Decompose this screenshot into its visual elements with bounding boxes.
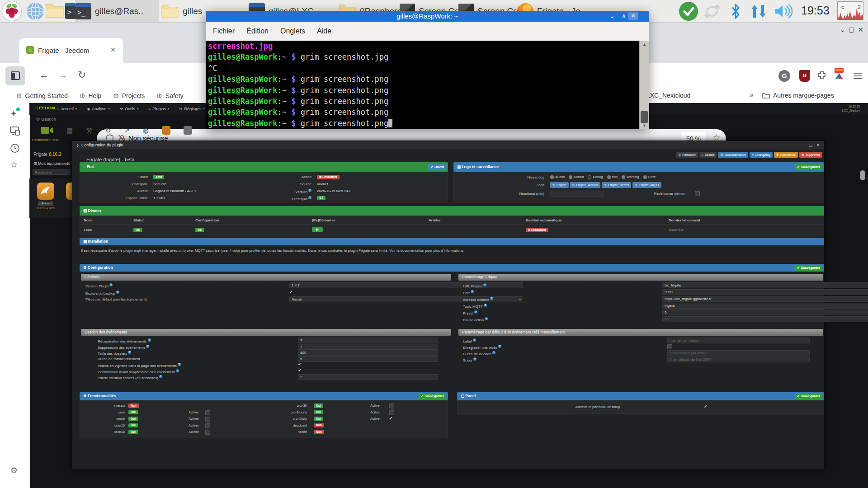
help-icon[interactable]: ?: [492, 351, 495, 354]
radio-info[interactable]: Info: [607, 175, 618, 179]
radio-aucun[interactable]: Aucun: [550, 175, 565, 179]
bookmark-item-1[interactable]: ⊕Help: [80, 92, 101, 100]
bookmarks-overflow-chevron[interactable]: »: [750, 91, 754, 99]
help-icon[interactable]: ?: [308, 196, 311, 199]
ublock-icon[interactable]: u: [799, 70, 810, 82]
extension-off-icon[interactable]: OFF: [833, 69, 845, 82]
bookmark-lxc-nextcloud[interactable]: LXC_Nextcloud: [646, 92, 690, 99]
dialog-maximize-icon[interactable]: ▢: [808, 143, 812, 147]
page-scrollbar[interactable]: [860, 170, 865, 180]
help-icon[interactable]: ?: [109, 283, 113, 286]
dialog-titlebar[interactable]: ❯ Configuration du plugin ▢ ✕: [72, 141, 824, 150]
radio-defaut[interactable]: Defaut: [569, 175, 584, 179]
field-input[interactable]: 0: [662, 310, 868, 315]
demon-start-button[interactable]: ▶: [312, 227, 323, 232]
toolbar-rafraichir-button[interactable]: ↻Rafraichir: [676, 152, 698, 158]
toolbar-supprimer-button[interactable]: ✖Supprimer: [799, 152, 822, 158]
scroll-down-icon[interactable]: ▼: [640, 122, 649, 129]
menu-hamburger-icon[interactable]: [853, 71, 863, 81]
field-input[interactable]: 1.4.7: [289, 282, 523, 288]
forward-button[interactable]: →: [58, 69, 68, 81]
tab-close-icon[interactable]: ✕: [110, 46, 116, 53]
bookmarks-star-icon[interactable]: ☆: [10, 159, 18, 170]
field-input[interactable]: 30 secondes par défaut: [667, 350, 810, 356]
extensions-puzzle-icon[interactable]: [816, 70, 827, 81]
activer-checkbox[interactable]: [205, 417, 210, 422]
configuration-save-button[interactable]: ✔Sauvegarder: [795, 265, 822, 271]
scroll-thumb[interactable]: [641, 111, 648, 123]
toolbar-assistance-button[interactable]: ✚Assistance: [774, 152, 798, 158]
wrench-icon[interactable]: ⚒: [86, 127, 92, 135]
equipment-card-label[interactable]: Bureau-Gilles: [31, 206, 60, 210]
terminal-scrollbar[interactable]: ▲ ▼: [639, 41, 649, 129]
activer-checkbox[interactable]: [389, 404, 394, 408]
jeedom-menu-réglages[interactable]: ⚙Réglages▾: [179, 107, 205, 111]
help-icon[interactable]: ?: [146, 345, 149, 348]
taskbar-window-0[interactable]: >_gilles@Ras..: [75, 0, 159, 22]
field-input[interactable]: frigate: [662, 303, 868, 309]
calendar-icon[interactable]: ▦: [66, 127, 73, 135]
field-input[interactable]: manuel par défaut: [667, 338, 810, 343]
field-input[interactable]: 10: [662, 316, 868, 322]
gray-app-icon[interactable]: [184, 126, 192, 135]
help-icon[interactable]: ?: [474, 310, 477, 314]
terminal-menu-fichier[interactable]: Fichier: [213, 27, 235, 35]
raspberry-menu-icon[interactable]: [2, 1, 22, 21]
activer-checkbox[interactable]: [389, 410, 394, 415]
field-input[interactable]: 2: [298, 374, 438, 380]
equipment-card-icon-clipped[interactable]: [66, 183, 72, 200]
devices-icon[interactable]: [9, 126, 21, 136]
activer-checkbox[interactable]: [205, 423, 210, 428]
activer-checkbox[interactable]: [205, 430, 210, 435]
orange-app-icon[interactable]: [162, 126, 170, 135]
equipment-search-input[interactable]: Rechercher: [33, 169, 71, 175]
radio-warning[interactable]: Warning: [622, 175, 639, 179]
field-input[interactable]: lxc_frigate: [662, 282, 868, 288]
field-input[interactable]: 7: [298, 344, 438, 350]
jeedom-logo[interactable]: ⌂ EEDOM: [34, 104, 55, 112]
panel-save-button[interactable]: ✔Sauvegarder: [795, 393, 822, 399]
terminal-menu-édition[interactable]: Édition: [246, 27, 269, 35]
jeedom-menu-accueil[interactable]: ⌂Accueil▾: [57, 107, 77, 111]
ai-sparkle-icon[interactable]: ✦: [10, 108, 17, 119]
help-icon[interactable]: ?: [308, 189, 311, 192]
help-icon[interactable]: ?: [148, 338, 151, 342]
help-icon[interactable]: ?: [473, 338, 476, 342]
field-input[interactable]: 500: [298, 350, 438, 356]
field-input[interactable]: 9999: [662, 289, 868, 295]
field-checkbox[interactable]: ✔: [298, 369, 302, 373]
taskbar-clock[interactable]: 19:53: [801, 4, 830, 17]
scroll-up-icon[interactable]: ▲: [640, 41, 649, 48]
reload-button[interactable]: ↻: [78, 69, 86, 81]
field-input[interactable]: 7: [298, 338, 438, 343]
help-icon[interactable]: ?: [484, 304, 487, 307]
demon-gestion-badge[interactable]: ✖ Désactiver: [526, 228, 548, 232]
terminal-close-icon[interactable]: ✕: [628, 12, 638, 20]
toolbar-détails-button[interactable]: ⌕Détails: [699, 152, 717, 158]
window-maximize-icon[interactable]: ▢: [849, 26, 854, 33]
activer-checkbox[interactable]: ✔: [389, 417, 393, 421]
log-button-frigate_mqtt[interactable]: ✎Frigate_MQTT: [632, 182, 661, 188]
active-tab[interactable]: ⌂ Frigate - Jeedom ✕: [19, 38, 123, 63]
help-icon[interactable]: ?: [178, 363, 181, 366]
log-button-frigate_detect[interactable]: ✎Frigate_Detect: [602, 182, 631, 188]
bookmark-item-3[interactable]: ⊕Safety: [156, 92, 183, 100]
help-icon[interactable]: ?: [473, 357, 476, 361]
terminal-output[interactable]: scrrenshot.jpggilles@RaspWork:~ $ grim s…: [206, 41, 639, 129]
settings-gear-icon[interactable]: ⚙: [10, 465, 18, 475]
cpu-monitor-widget[interactable]: c 2: [837, 1, 863, 20]
field-input[interactable]: 0 par défaut, de 0 à 100%: [667, 357, 810, 362]
volume-icon[interactable]: [774, 4, 795, 19]
field-input[interactable]: https://lxc_frigate.ggardette.fr: [662, 296, 868, 302]
help-icon[interactable]: ?: [485, 317, 488, 320]
help-icon[interactable]: ?: [176, 369, 179, 372]
dialog-close-icon[interactable]: ✕: [816, 143, 820, 147]
jeedom-menu-plugins[interactable]: ≡Plugins▾: [149, 107, 170, 111]
log-button-frigate_actions[interactable]: ✎Frigate_Actions: [570, 182, 601, 188]
toolbar-changelog-button[interactable]: ≡Changelog: [750, 152, 773, 158]
refresh-icon[interactable]: ↻: [105, 127, 111, 135]
restart-demon-checkbox[interactable]: [695, 191, 700, 196]
help-icon[interactable]: ?: [471, 290, 474, 293]
status-badge[interactable]: ✖ Désactiver: [317, 175, 340, 179]
bluetooth-icon[interactable]: [731, 3, 741, 19]
